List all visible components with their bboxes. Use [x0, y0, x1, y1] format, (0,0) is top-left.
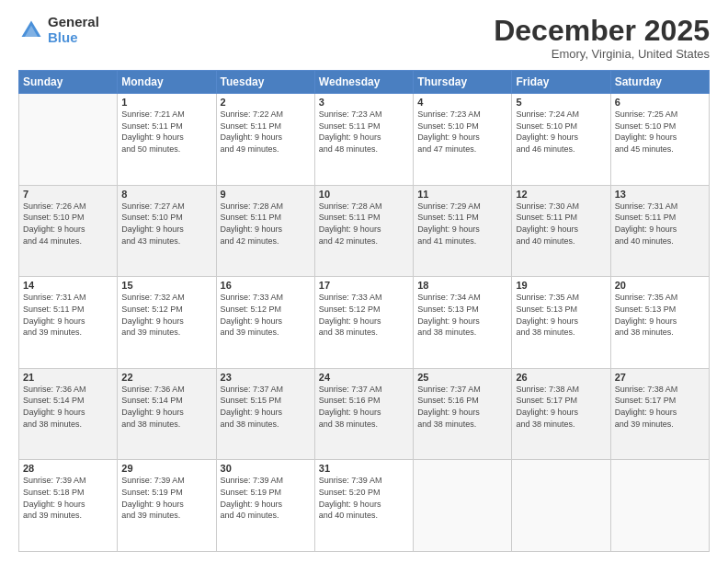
day-number: 2	[221, 97, 311, 108]
table-row	[19, 94, 118, 186]
calendar-week-row: 1Sunrise: 7:21 AM Sunset: 5:11 PM Daylig…	[19, 94, 710, 186]
day-info: Sunrise: 7:26 AM Sunset: 5:10 PM Dayligh…	[23, 201, 113, 247]
day-number: 13	[615, 189, 705, 200]
day-number: 19	[516, 280, 606, 291]
table-row: 18Sunrise: 7:34 AM Sunset: 5:13 PM Dayli…	[414, 277, 512, 369]
day-number: 7	[23, 189, 113, 200]
day-number: 29	[121, 463, 211, 474]
day-info: Sunrise: 7:28 AM Sunset: 5:11 PM Dayligh…	[221, 201, 311, 247]
day-number: 8	[121, 189, 211, 200]
day-number: 5	[516, 97, 606, 108]
day-number: 9	[221, 189, 311, 200]
day-number: 21	[23, 372, 113, 383]
day-number: 27	[615, 372, 705, 383]
table-row: 16Sunrise: 7:33 AM Sunset: 5:12 PM Dayli…	[216, 277, 314, 369]
day-number: 18	[417, 280, 507, 291]
day-number: 14	[23, 280, 113, 291]
day-info: Sunrise: 7:22 AM Sunset: 5:11 PM Dayligh…	[221, 109, 311, 155]
day-info: Sunrise: 7:25 AM Sunset: 5:10 PM Dayligh…	[615, 109, 705, 155]
day-number: 26	[516, 372, 606, 383]
table-row: 27Sunrise: 7:38 AM Sunset: 5:17 PM Dayli…	[610, 368, 709, 460]
day-info: Sunrise: 7:35 AM Sunset: 5:13 PM Dayligh…	[516, 292, 606, 338]
table-row: 7Sunrise: 7:26 AM Sunset: 5:10 PM Daylig…	[19, 185, 118, 277]
page: General Blue December 2025 Emory, Virgin…	[0, 0, 728, 563]
logo-text: General Blue	[48, 15, 99, 45]
table-row: 3Sunrise: 7:23 AM Sunset: 5:11 PM Daylig…	[314, 94, 413, 186]
day-info: Sunrise: 7:39 AM Sunset: 5:19 PM Dayligh…	[121, 475, 211, 521]
day-info: Sunrise: 7:21 AM Sunset: 5:11 PM Dayligh…	[121, 109, 211, 155]
logo-blue: Blue	[48, 30, 99, 46]
day-number: 3	[319, 97, 409, 108]
day-info: Sunrise: 7:27 AM Sunset: 5:10 PM Dayligh…	[121, 201, 211, 247]
table-row: 15Sunrise: 7:32 AM Sunset: 5:12 PM Dayli…	[118, 277, 216, 369]
day-info: Sunrise: 7:31 AM Sunset: 5:11 PM Dayligh…	[615, 201, 705, 247]
col-friday: Friday	[512, 71, 610, 94]
table-row: 29Sunrise: 7:39 AM Sunset: 5:19 PM Dayli…	[118, 460, 216, 552]
calendar-header-row: Sunday Monday Tuesday Wednesday Thursday…	[19, 71, 710, 94]
table-row: 23Sunrise: 7:37 AM Sunset: 5:15 PM Dayli…	[216, 368, 314, 460]
day-info: Sunrise: 7:28 AM Sunset: 5:11 PM Dayligh…	[319, 201, 409, 247]
col-wednesday: Wednesday	[314, 71, 413, 94]
col-sunday: Sunday	[19, 71, 118, 94]
day-info: Sunrise: 7:30 AM Sunset: 5:11 PM Dayligh…	[516, 201, 606, 247]
table-row: 5Sunrise: 7:24 AM Sunset: 5:10 PM Daylig…	[512, 94, 610, 186]
table-row: 28Sunrise: 7:39 AM Sunset: 5:18 PM Dayli…	[19, 460, 118, 552]
table-row: 31Sunrise: 7:39 AM Sunset: 5:20 PM Dayli…	[314, 460, 413, 552]
table-row: 26Sunrise: 7:38 AM Sunset: 5:17 PM Dayli…	[512, 368, 610, 460]
day-info: Sunrise: 7:34 AM Sunset: 5:13 PM Dayligh…	[417, 292, 507, 338]
table-row: 13Sunrise: 7:31 AM Sunset: 5:11 PM Dayli…	[610, 185, 709, 277]
table-row: 14Sunrise: 7:31 AM Sunset: 5:11 PM Dayli…	[19, 277, 118, 369]
day-info: Sunrise: 7:38 AM Sunset: 5:17 PM Dayligh…	[615, 384, 705, 430]
day-number: 23	[221, 372, 311, 383]
location: Emory, Virginia, United States	[494, 47, 710, 61]
day-info: Sunrise: 7:23 AM Sunset: 5:10 PM Dayligh…	[417, 109, 507, 155]
day-info: Sunrise: 7:33 AM Sunset: 5:12 PM Dayligh…	[319, 292, 409, 338]
col-tuesday: Tuesday	[216, 71, 314, 94]
title-block: December 2025 Emory, Virginia, United St…	[494, 15, 710, 61]
logo-icon	[18, 17, 44, 43]
calendar-week-row: 14Sunrise: 7:31 AM Sunset: 5:11 PM Dayli…	[19, 277, 710, 369]
day-info: Sunrise: 7:23 AM Sunset: 5:11 PM Dayligh…	[319, 109, 409, 155]
day-info: Sunrise: 7:29 AM Sunset: 5:11 PM Dayligh…	[417, 201, 507, 247]
table-row: 20Sunrise: 7:35 AM Sunset: 5:13 PM Dayli…	[610, 277, 709, 369]
table-row: 17Sunrise: 7:33 AM Sunset: 5:12 PM Dayli…	[314, 277, 413, 369]
logo-general: General	[48, 15, 99, 30]
day-info: Sunrise: 7:39 AM Sunset: 5:20 PM Dayligh…	[319, 475, 409, 521]
col-thursday: Thursday	[414, 71, 512, 94]
table-row	[610, 460, 709, 552]
day-number: 12	[516, 189, 606, 200]
day-info: Sunrise: 7:32 AM Sunset: 5:12 PM Dayligh…	[121, 292, 211, 338]
day-number: 28	[23, 463, 113, 474]
table-row: 21Sunrise: 7:36 AM Sunset: 5:14 PM Dayli…	[19, 368, 118, 460]
day-number: 15	[121, 280, 211, 291]
month-title: December 2025	[494, 15, 710, 47]
day-number: 25	[417, 372, 507, 383]
table-row: 24Sunrise: 7:37 AM Sunset: 5:16 PM Dayli…	[314, 368, 413, 460]
calendar-week-row: 7Sunrise: 7:26 AM Sunset: 5:10 PM Daylig…	[19, 185, 710, 277]
day-number: 11	[417, 189, 507, 200]
table-row	[414, 460, 512, 552]
table-row: 25Sunrise: 7:37 AM Sunset: 5:16 PM Dayli…	[414, 368, 512, 460]
day-number: 6	[615, 97, 705, 108]
day-info: Sunrise: 7:37 AM Sunset: 5:15 PM Dayligh…	[221, 384, 311, 430]
table-row: 10Sunrise: 7:28 AM Sunset: 5:11 PM Dayli…	[314, 185, 413, 277]
day-info: Sunrise: 7:37 AM Sunset: 5:16 PM Dayligh…	[319, 384, 409, 430]
table-row: 12Sunrise: 7:30 AM Sunset: 5:11 PM Dayli…	[512, 185, 610, 277]
logo: General Blue	[18, 15, 99, 45]
day-info: Sunrise: 7:37 AM Sunset: 5:16 PM Dayligh…	[417, 384, 507, 430]
day-number: 20	[615, 280, 705, 291]
col-saturday: Saturday	[610, 71, 709, 94]
day-info: Sunrise: 7:38 AM Sunset: 5:17 PM Dayligh…	[516, 384, 606, 430]
calendar-table: Sunday Monday Tuesday Wednesday Thursday…	[18, 70, 710, 552]
day-info: Sunrise: 7:36 AM Sunset: 5:14 PM Dayligh…	[23, 384, 113, 430]
day-number: 24	[319, 372, 409, 383]
calendar-week-row: 28Sunrise: 7:39 AM Sunset: 5:18 PM Dayli…	[19, 460, 710, 552]
table-row: 30Sunrise: 7:39 AM Sunset: 5:19 PM Dayli…	[216, 460, 314, 552]
table-row: 4Sunrise: 7:23 AM Sunset: 5:10 PM Daylig…	[414, 94, 512, 186]
table-row: 8Sunrise: 7:27 AM Sunset: 5:10 PM Daylig…	[118, 185, 216, 277]
day-number: 30	[221, 463, 311, 474]
day-number: 17	[319, 280, 409, 291]
table-row: 9Sunrise: 7:28 AM Sunset: 5:11 PM Daylig…	[216, 185, 314, 277]
table-row: 19Sunrise: 7:35 AM Sunset: 5:13 PM Dayli…	[512, 277, 610, 369]
table-row: 6Sunrise: 7:25 AM Sunset: 5:10 PM Daylig…	[610, 94, 709, 186]
